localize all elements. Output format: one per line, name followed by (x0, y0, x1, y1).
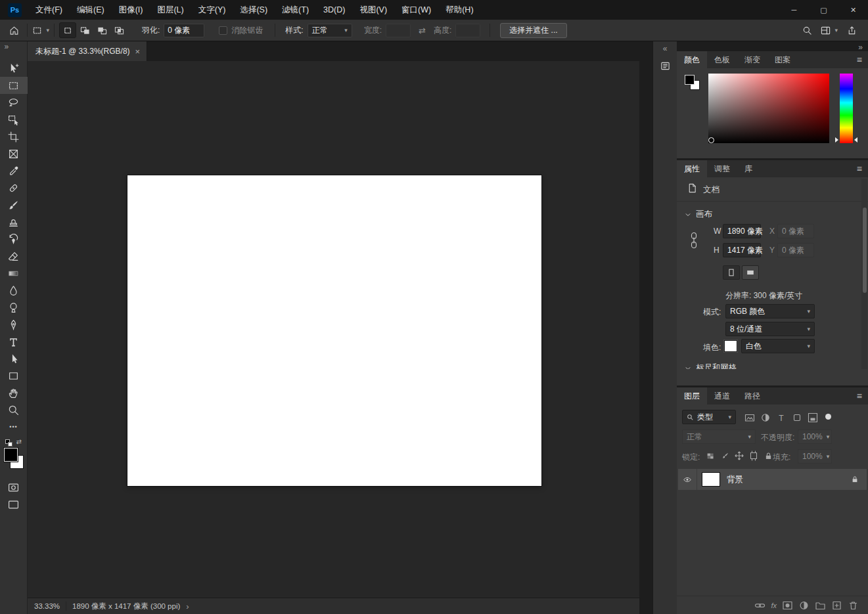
tab-color[interactable]: 颜色 (677, 51, 707, 68)
scrollbar-thumb[interactable] (863, 208, 867, 293)
edit-toolbar-button[interactable]: ••• (0, 418, 28, 435)
style-select[interactable]: 正常 ▾ (308, 24, 352, 37)
filter-type-layers-button[interactable]: T (774, 411, 788, 424)
hand-tool-button[interactable] (0, 384, 28, 401)
rectangular-marquee-tool-button[interactable] (0, 77, 28, 94)
foreground-color-swatch[interactable] (4, 448, 18, 462)
canvas-height-field[interactable]: 1417 像素 (723, 243, 761, 257)
zoom-level-field[interactable]: 33.33% (34, 602, 60, 610)
layer-row-background[interactable]: 背景 (678, 469, 867, 490)
filter-shape-layers-button[interactable] (790, 411, 804, 424)
frame-tool-button[interactable] (0, 145, 28, 162)
hue-slider[interactable] (840, 74, 853, 143)
type-tool-button[interactable] (0, 333, 28, 350)
filter-pixel-layers-button[interactable] (742, 411, 756, 424)
new-group-button[interactable] (815, 600, 826, 611)
layer-lock-icon[interactable] (851, 475, 859, 483)
portrait-orientation-button[interactable] (723, 265, 740, 280)
canvas[interactable] (127, 175, 541, 486)
panel-foreground-swatch[interactable] (685, 75, 695, 85)
link-layers-button[interactable] (754, 600, 765, 611)
home-button[interactable] (5, 22, 22, 38)
panel-menu-icon[interactable]: ≡ (857, 391, 862, 401)
pen-tool-button[interactable] (0, 316, 28, 333)
add-to-selection-button[interactable] (76, 22, 93, 38)
quick-mask-button[interactable] (0, 479, 28, 496)
layer-visibility-toggle[interactable] (678, 475, 697, 484)
tool-preset-picker[interactable]: ▾ (32, 22, 49, 38)
move-tool-button[interactable] (0, 60, 28, 77)
tab-patterns[interactable]: 图案 (767, 51, 798, 68)
menu-help[interactable]: 帮助(H) (438, 0, 480, 20)
new-layer-button[interactable] (831, 600, 842, 611)
canvas-section-header[interactable]: 画布 (685, 209, 712, 220)
layer-thumbnail[interactable] (702, 472, 720, 487)
menu-layer[interactable]: 图层(L) (150, 0, 191, 20)
brush-tool-button[interactable] (0, 196, 28, 213)
tab-paths[interactable]: 路径 (737, 387, 767, 405)
menu-filter[interactable]: 滤镜(T) (275, 0, 316, 20)
tab-swatches[interactable]: 色板 (707, 51, 737, 68)
dodge-tool-button[interactable] (0, 299, 28, 316)
tab-properties[interactable]: 属性 (677, 160, 707, 177)
screen-mode-button[interactable] (0, 496, 28, 513)
menu-type[interactable]: 文字(Y) (191, 0, 233, 20)
document-tab[interactable]: 未标题-1 @ 33.3%(RGB/8) × (28, 41, 147, 61)
bit-depth-select[interactable]: 8 位/通道 ▾ (725, 322, 815, 336)
fill-color-select[interactable]: 白色 ▾ (741, 339, 815, 353)
tab-gradients[interactable]: 渐变 (737, 51, 767, 68)
menu-window[interactable]: 窗口(W) (394, 0, 438, 20)
default-colors-icon[interactable] (5, 439, 13, 447)
share-button[interactable] (843, 22, 860, 38)
path-selection-tool-button[interactable] (0, 350, 28, 367)
lock-position-button[interactable] (733, 450, 745, 462)
filter-smart-objects-button[interactable] (806, 411, 819, 424)
select-and-mask-button[interactable]: 选择并遮住 ... (500, 23, 566, 38)
rectangle-tool-button[interactable] (0, 367, 28, 384)
gradient-tool-button[interactable] (0, 265, 28, 282)
panel-menu-icon[interactable]: ≡ (857, 55, 862, 65)
tab-channels[interactable]: 通道 (707, 387, 737, 405)
maximize-button[interactable]: ▢ (809, 0, 838, 20)
hue-slider-marker-left[interactable] (835, 137, 838, 143)
intersect-selection-button[interactable] (110, 22, 127, 38)
menu-image[interactable]: 图像(I) (112, 0, 150, 20)
new-adjustment-layer-button[interactable] (798, 600, 810, 611)
lock-transparency-button[interactable] (704, 450, 716, 462)
tab-layers[interactable]: 图层 (677, 387, 707, 405)
canvas-fill-swatch[interactable] (724, 340, 737, 352)
add-layer-mask-button[interactable] (782, 600, 793, 611)
collapse-dock-icon[interactable]: « (663, 44, 668, 53)
constrain-link-icon[interactable] (690, 227, 698, 253)
close-tab-icon[interactable]: × (133, 47, 141, 56)
color-picker-marker[interactable] (708, 137, 714, 143)
landscape-orientation-button[interactable] (742, 265, 759, 280)
saturation-brightness-field[interactable] (708, 74, 829, 143)
layer-name[interactable]: 背景 (727, 474, 743, 485)
blur-tool-button[interactable] (0, 282, 28, 299)
status-chevron-icon[interactable]: › (186, 602, 189, 611)
crop-tool-button[interactable] (0, 128, 28, 145)
panel-menu-icon[interactable]: ≡ (857, 164, 862, 174)
subtract-from-selection-button[interactable] (93, 22, 110, 38)
healing-brush-tool-button[interactable] (0, 179, 28, 196)
delete-layer-button[interactable] (848, 600, 859, 611)
eraser-tool-button[interactable] (0, 248, 28, 265)
zoom-tool-button[interactable] (0, 401, 28, 418)
toolbar-expand-icon[interactable]: » (0, 41, 28, 52)
layer-filter-toggle[interactable] (825, 414, 831, 420)
rulers-grids-section-header[interactable]: 标尺和网格 (685, 362, 737, 369)
lasso-tool-button[interactable] (0, 94, 28, 111)
object-selection-tool-button[interactable] (0, 111, 28, 128)
workspace-switcher[interactable]: ▾ (821, 22, 838, 38)
search-button[interactable] (798, 22, 815, 38)
layer-style-button[interactable]: fx (771, 601, 777, 610)
menu-edit[interactable]: 编辑(E) (70, 0, 112, 20)
tab-adjustments[interactable]: 调整 (707, 160, 737, 177)
new-selection-button[interactable] (59, 22, 76, 38)
history-brush-tool-button[interactable] (0, 230, 28, 248)
hue-slider-marker-right[interactable] (854, 137, 857, 143)
menu-file[interactable]: 文件(F) (28, 0, 70, 20)
tab-libraries[interactable]: 库 (737, 160, 760, 177)
swap-colors-icon[interactable]: ⇄ (16, 438, 22, 445)
